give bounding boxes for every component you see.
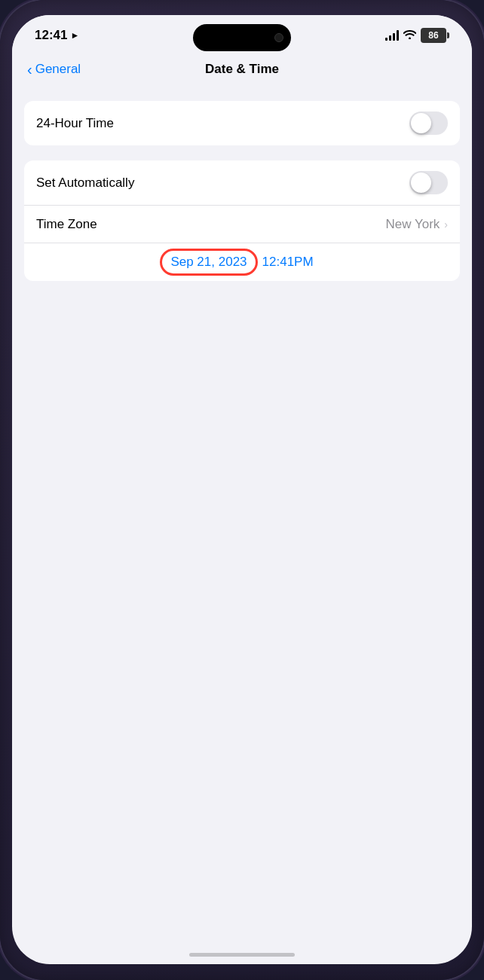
- wifi-icon: [403, 29, 416, 41]
- dynamic-island: [193, 24, 291, 51]
- back-chevron-icon: ‹: [27, 62, 32, 77]
- location-icon: ►: [70, 30, 79, 41]
- set-automatically-label: Set Automatically: [36, 176, 134, 191]
- settings-content: 24-Hour Time Set Automatically T: [12, 86, 472, 953]
- screen: 12:41 ►: [12, 15, 472, 964]
- camera-dot: [274, 33, 283, 42]
- phone-frame: 12:41 ►: [0, 0, 484, 980]
- back-button[interactable]: ‹ General: [27, 62, 81, 77]
- row-24-hour-time: 24-Hour Time: [24, 101, 460, 145]
- back-label: General: [35, 62, 81, 77]
- home-bar: [189, 953, 295, 957]
- battery-icon: 86: [421, 28, 449, 43]
- time-zone-value-container: New York ›: [386, 217, 449, 232]
- row-time-zone[interactable]: Time Zone New York ›: [24, 206, 460, 243]
- battery-level: 86: [428, 30, 438, 41]
- signal-bar-3: [393, 33, 395, 41]
- page-title: Date & Time: [205, 62, 279, 77]
- 24-hour-time-toggle[interactable]: [409, 111, 448, 135]
- status-bar: 12:41 ►: [12, 15, 472, 56]
- time-zone-value: New York: [386, 217, 440, 232]
- toggle-knob: [411, 113, 431, 133]
- signal-bars-icon: [385, 30, 399, 41]
- time-zone-label: Time Zone: [36, 217, 97, 232]
- signal-bar-4: [397, 30, 399, 41]
- chevron-right-icon: ›: [444, 218, 448, 230]
- time-display: 12:41: [35, 28, 67, 43]
- time-display-value[interactable]: 12:41PM: [262, 255, 314, 270]
- status-icons: 86: [385, 28, 449, 43]
- section-time-settings: Set Automatically Time Zone New York ›: [24, 160, 460, 281]
- status-time: 12:41 ►: [35, 28, 79, 43]
- toggle-knob-auto: [411, 172, 431, 193]
- set-automatically-toggle[interactable]: [409, 171, 448, 194]
- 24-hour-time-label: 24-Hour Time: [36, 116, 114, 131]
- date-display[interactable]: Sep 21, 2023: [170, 255, 247, 270]
- home-indicator: [12, 953, 472, 964]
- section-time-format: 24-Hour Time: [24, 101, 460, 145]
- date-text: Sep 21, 2023: [170, 255, 247, 269]
- row-date-time: Sep 21, 2023 12:41PM: [24, 243, 460, 281]
- signal-bar-2: [389, 35, 391, 41]
- row-set-automatically: Set Automatically: [24, 160, 460, 206]
- signal-bar-1: [385, 38, 388, 41]
- navigation-bar: ‹ General Date & Time: [12, 56, 472, 86]
